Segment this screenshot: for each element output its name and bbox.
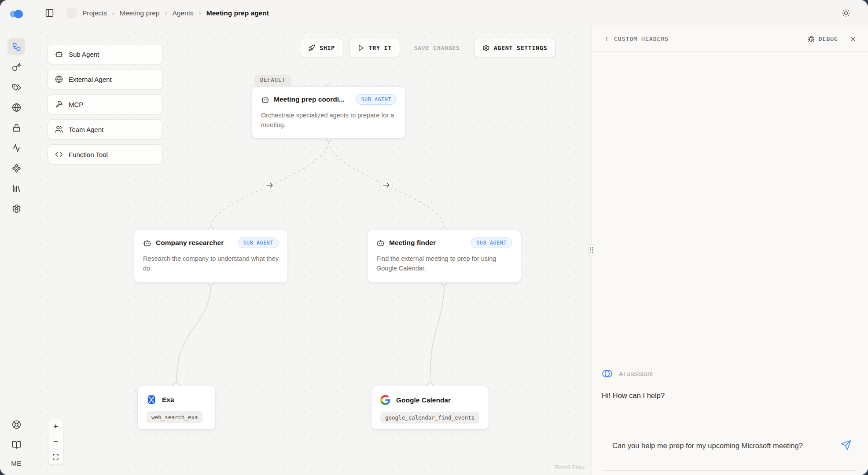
ship-label: SHIP xyxy=(320,44,335,51)
panel-resize-handle[interactable] xyxy=(588,244,595,256)
help-button[interactable] xyxy=(7,416,25,433)
workflow-icon xyxy=(12,42,21,51)
nav-components[interactable] xyxy=(7,159,25,177)
tool-name-pill: google_calendar_find_events xyxy=(380,412,479,424)
play-icon xyxy=(357,44,364,51)
breadcrumb-separator: › xyxy=(199,9,201,17)
close-icon xyxy=(850,36,857,43)
chat-input[interactable]: Can you help me prep for my upcoming Mic… xyxy=(603,433,857,466)
palette-item-external-agent[interactable]: External Agent xyxy=(48,69,163,89)
edge-arrow-marker xyxy=(380,179,393,191)
theme-toggle-button[interactable] xyxy=(842,9,850,18)
custom-headers-label: CUSTOM HEADERS xyxy=(614,36,669,42)
nav-security[interactable] xyxy=(7,119,25,136)
node-description: Research the company to understand what … xyxy=(143,254,279,274)
chat-panel-body: AI assistant Hi! How can I help? Can you… xyxy=(592,52,868,475)
hammer-icon xyxy=(55,100,63,108)
chat-input-area: Can you help me prep for my upcoming Mic… xyxy=(603,433,857,471)
tool-node-title: Google Calendar xyxy=(396,396,451,404)
gear-icon xyxy=(482,44,489,51)
life-buoy-icon xyxy=(12,420,21,429)
breadcrumb: Projects › Meeting prep › Agents › Meeti… xyxy=(82,9,269,17)
node-meeting-finder[interactable]: Meeting finder SUB AGENT Find the extern… xyxy=(367,230,521,283)
bot-icon xyxy=(55,50,63,58)
chat-panel: CUSTOM HEADERS DEBUG xyxy=(592,26,868,475)
breadcrumb-separator: › xyxy=(165,9,167,17)
palette-item-label: External Agent xyxy=(69,76,112,83)
assistant-name: AI assistant xyxy=(619,370,653,377)
node-palette: Sub Agent External Agent MCP Team Agent xyxy=(48,44,163,164)
chat-input-divider xyxy=(603,470,857,471)
node-company-researcher[interactable]: Company researcher SUB AGENT Research th… xyxy=(134,230,288,283)
bot-icon xyxy=(143,239,151,247)
nav-credentials[interactable] xyxy=(7,78,25,96)
nav-settings[interactable] xyxy=(7,200,25,217)
close-panel-button[interactable] xyxy=(850,36,857,43)
rocket-icon xyxy=(308,44,315,51)
node-title: Company researcher xyxy=(156,239,224,247)
google-logo-icon xyxy=(380,395,390,405)
key-icon xyxy=(12,62,21,72)
save-changes-button[interactable]: SAVE CHANGES xyxy=(406,39,468,57)
try-it-button[interactable]: TRY IT xyxy=(349,39,400,57)
flow-canvas[interactable]: Sub Agent External Agent MCP Team Agent xyxy=(33,26,592,475)
component-icon xyxy=(12,164,21,173)
breadcrumb-meeting-prep[interactable]: Meeting prep xyxy=(120,9,159,17)
chat-panel-header: CUSTOM HEADERS DEBUG xyxy=(592,26,868,52)
palette-item-function-tool[interactable]: Function Tool xyxy=(48,144,163,164)
sub-agent-badge: SUB AGENT xyxy=(471,238,512,248)
palette-item-sub-agent[interactable]: Sub Agent xyxy=(48,44,163,64)
debug-button[interactable]: DEBUG xyxy=(808,36,838,43)
fit-view-button[interactable] xyxy=(48,449,63,464)
activity-icon xyxy=(12,143,21,153)
node-google-calendar-tool[interactable]: Google Calendar google_calendar_find_eve… xyxy=(371,386,489,430)
canvas-toolbar: SHIP TRY IT SAVE CHANGES AGENT SETTINGS xyxy=(300,39,555,57)
tool-name-pill: web_search_exa xyxy=(147,411,202,423)
try-it-label: TRY IT xyxy=(369,44,392,51)
icon-rail: ME xyxy=(0,0,33,475)
nav-agents-graph[interactable] xyxy=(7,38,25,55)
send-icon xyxy=(841,440,851,450)
custom-headers-button[interactable]: CUSTOM HEADERS xyxy=(603,36,669,42)
gear-icon xyxy=(12,204,21,213)
palette-item-label: MCP xyxy=(69,101,83,108)
zoom-controls: + − xyxy=(48,419,63,464)
node-description: Find the external meeting to prep for us… xyxy=(376,254,512,274)
code-icon xyxy=(55,150,63,158)
app-window: ME Projects › Meeting prep › Agents › Me… xyxy=(0,0,868,475)
zoom-in-button[interactable]: + xyxy=(48,419,63,434)
save-changes-label: SAVE CHANGES xyxy=(414,44,460,51)
sidebar-toggle-button[interactable] xyxy=(45,8,54,18)
nav-external[interactable] xyxy=(7,99,25,116)
sun-icon xyxy=(842,9,850,18)
bug-icon xyxy=(808,36,815,43)
send-button[interactable] xyxy=(841,440,851,450)
panel-left-icon xyxy=(45,8,54,18)
globe-icon xyxy=(55,75,63,83)
node-title: Meeting prep coordi... xyxy=(274,95,345,103)
breadcrumb-agents[interactable]: Agents xyxy=(172,9,193,17)
breadcrumb-projects[interactable]: Projects xyxy=(82,9,107,17)
nav-library[interactable] xyxy=(7,179,25,197)
palette-item-mcp[interactable]: MCP xyxy=(48,94,163,114)
user-avatar[interactable]: ME xyxy=(11,460,21,467)
users-icon xyxy=(55,125,63,133)
sub-agent-badge: SUB AGENT xyxy=(238,238,279,248)
assistant-greeting-message: Hi! How can I help? xyxy=(602,391,665,400)
bot-icon xyxy=(261,95,269,104)
plus-icon xyxy=(603,36,610,42)
node-exa-tool[interactable]: Exa web_search_exa xyxy=(137,386,216,430)
breadcrumb-separator: › xyxy=(112,9,114,17)
react-flow-attribution[interactable]: React Flow xyxy=(555,464,585,471)
maximize-icon xyxy=(52,453,59,460)
nav-api-keys[interactable] xyxy=(7,58,25,76)
agent-settings-button[interactable]: AGENT SETTINGS xyxy=(474,39,555,57)
inkeep-logo[interactable] xyxy=(9,10,23,20)
docs-button[interactable] xyxy=(7,436,25,453)
palette-item-team-agent[interactable]: Team Agent xyxy=(48,119,163,139)
zoom-out-button[interactable]: − xyxy=(48,434,63,449)
node-meeting-prep-coordinator[interactable]: Meeting prep coordi... SUB AGENT Orchest… xyxy=(252,86,406,139)
ship-button[interactable]: SHIP xyxy=(300,39,343,57)
node-title: Meeting finder xyxy=(389,239,436,247)
nav-activity[interactable] xyxy=(7,139,25,157)
